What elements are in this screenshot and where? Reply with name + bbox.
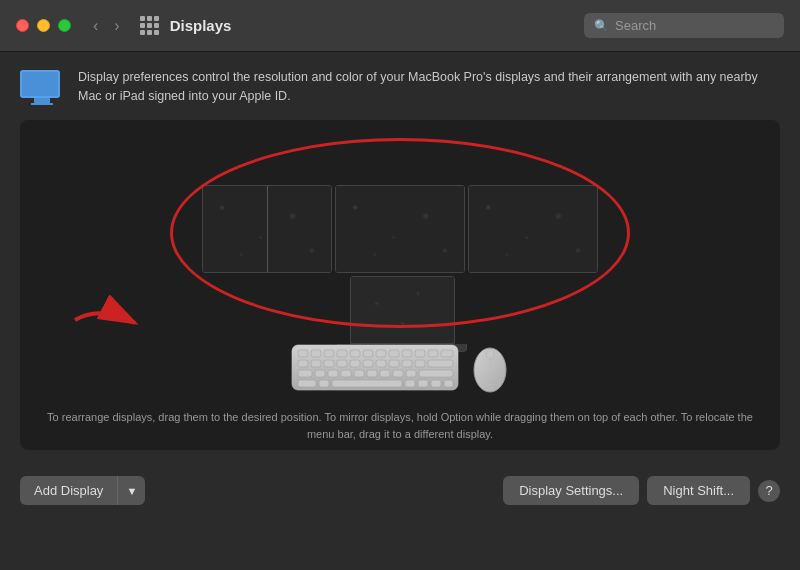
svg-rect-17 <box>324 360 334 367</box>
help-button[interactable]: ? <box>758 480 780 502</box>
svg-rect-34 <box>406 370 416 377</box>
night-shift-button[interactable]: Night Shift... <box>647 476 750 505</box>
svg-rect-10 <box>389 350 399 357</box>
svg-rect-16 <box>311 360 321 367</box>
bottom-bar: Add Display ▼ Display Settings... Night … <box>0 466 800 515</box>
svg-rect-27 <box>315 370 325 377</box>
svg-rect-15 <box>298 360 308 367</box>
close-button[interactable] <box>16 19 29 32</box>
macbook-screen[interactable] <box>350 276 455 344</box>
svg-rect-36 <box>298 380 316 387</box>
svg-rect-42 <box>444 380 453 387</box>
grid-icon[interactable] <box>140 16 160 36</box>
svg-rect-38 <box>332 380 402 387</box>
back-button[interactable]: ‹ <box>87 15 104 37</box>
fullscreen-button[interactable] <box>58 19 71 32</box>
search-box[interactable]: 🔍 <box>584 13 784 38</box>
titlebar: ‹ › Displays 🔍 <box>0 0 800 52</box>
svg-rect-24 <box>415 360 425 367</box>
info-banner: Display preferences control the resoluti… <box>20 68 780 106</box>
display-area: To rearrange displays, drag them to the … <box>20 120 780 450</box>
monitor-right[interactable] <box>468 185 598 273</box>
svg-rect-7 <box>350 350 360 357</box>
page-title: Displays <box>170 17 584 34</box>
svg-rect-21 <box>376 360 386 367</box>
monitor-center[interactable] <box>335 185 465 273</box>
svg-rect-9 <box>376 350 386 357</box>
search-icon: 🔍 <box>594 19 609 33</box>
monitors-row <box>202 185 598 273</box>
svg-rect-20 <box>363 360 373 367</box>
peripherals <box>290 340 510 395</box>
svg-rect-28 <box>328 370 338 377</box>
svg-rect-6 <box>337 350 347 357</box>
svg-rect-35 <box>419 370 453 377</box>
main-content: Display preferences control the resoluti… <box>0 52 800 466</box>
window-controls <box>16 19 71 32</box>
svg-point-45 <box>486 349 494 359</box>
svg-rect-14 <box>441 350 453 357</box>
forward-button[interactable]: › <box>108 15 125 37</box>
svg-rect-32 <box>380 370 390 377</box>
svg-rect-12 <box>415 350 425 357</box>
svg-rect-18 <box>337 360 347 367</box>
svg-rect-37 <box>319 380 329 387</box>
svg-rect-31 <box>367 370 377 377</box>
display-bottom-text: To rearrange displays, drag them to the … <box>40 409 760 442</box>
svg-rect-11 <box>402 350 412 357</box>
svg-rect-30 <box>354 370 364 377</box>
svg-rect-41 <box>431 380 441 387</box>
bottom-right: Display Settings... Night Shift... ? <box>503 476 780 505</box>
svg-rect-39 <box>405 380 415 387</box>
svg-rect-23 <box>402 360 412 367</box>
add-display-button[interactable]: Add Display <box>20 476 117 505</box>
svg-rect-29 <box>341 370 351 377</box>
add-display-dropdown[interactable]: ▼ <box>117 476 145 505</box>
svg-rect-25 <box>428 360 453 367</box>
svg-rect-4 <box>311 350 321 357</box>
info-text: Display preferences control the resoluti… <box>78 68 780 106</box>
search-input[interactable] <box>615 18 774 33</box>
monitor-left[interactable] <box>202 185 332 273</box>
mouse-icon <box>470 340 510 395</box>
arrow-icon <box>70 295 150 345</box>
minimize-button[interactable] <box>37 19 50 32</box>
svg-rect-3 <box>298 350 308 357</box>
svg-rect-22 <box>389 360 399 367</box>
svg-rect-40 <box>418 380 428 387</box>
display-settings-button[interactable]: Display Settings... <box>503 476 639 505</box>
svg-rect-13 <box>428 350 438 357</box>
svg-rect-19 <box>350 360 360 367</box>
keyboard-icon <box>290 340 460 395</box>
svg-rect-5 <box>324 350 334 357</box>
svg-rect-8 <box>363 350 373 357</box>
display-icon <box>20 70 64 106</box>
arrow-container <box>70 295 150 349</box>
bottom-left: Add Display ▼ <box>20 476 145 505</box>
svg-rect-26 <box>298 370 312 377</box>
svg-rect-33 <box>393 370 403 377</box>
nav-buttons: ‹ › <box>87 15 126 37</box>
